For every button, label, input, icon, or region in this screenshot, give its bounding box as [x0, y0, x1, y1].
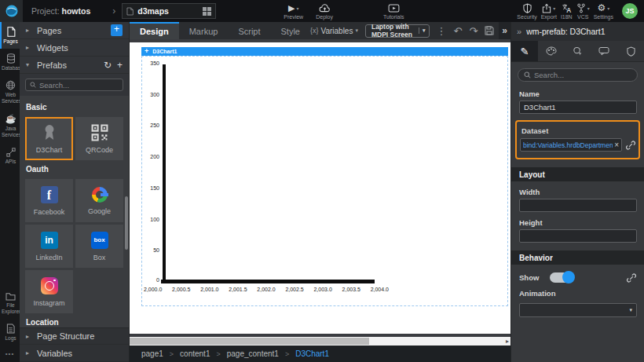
rail-item-databases[interactable]: Databases [0, 49, 20, 75]
editor-area: Design Markup Script Style {x} Variables… [130, 22, 510, 362]
pages-icon [2, 27, 20, 37]
current-page-selector[interactable]: d3maps [122, 3, 216, 19]
properties-search [518, 68, 638, 82]
tab-security[interactable] [617, 41, 644, 61]
clear-dataset-icon[interactable]: × [614, 141, 619, 149]
bind-link-icon[interactable] [626, 141, 635, 150]
vcs-button[interactable]: ▾ VCS [576, 3, 590, 20]
widgets-section-header[interactable]: ▸ Widgets [20, 39, 129, 57]
prefab-tile-facebook[interactable]: f Facebook [25, 179, 73, 222]
rail-item-pages[interactable]: Pages [0, 22, 20, 49]
properties-panel: » wm-prefab: D3Chart1 ✎ [510, 22, 644, 362]
dataset-bind-value[interactable]: bind:Variables.hrdbDepartment.dataSe [523, 141, 613, 149]
add-page-button[interactable]: + [111, 24, 123, 36]
crumb-content1[interactable]: content1 [180, 349, 210, 358]
rail-item-apis[interactable]: APIs [0, 143, 20, 169]
prefab-tile-instagram[interactable]: Instagram [25, 270, 73, 313]
rail-item-web-services[interactable]: Web Services [0, 75, 20, 108]
redo-icon[interactable]: ↷ [469, 25, 478, 37]
more-tools-icon[interactable]: » [499, 22, 510, 39]
tab-inspect[interactable] [565, 41, 591, 61]
properties-panel-title: wm-prefab: D3Chart1 [526, 27, 605, 36]
y-tick: 0 [136, 277, 159, 283]
crumb-page-content1[interactable]: page_content1 [227, 349, 279, 358]
app-logo[interactable] [0, 0, 23, 22]
collapse-panel-icon[interactable]: » [517, 27, 521, 36]
preview-button[interactable]: ▶▾ Preview [284, 3, 303, 20]
kebab-menu-icon[interactable]: ⋮ [437, 25, 447, 37]
ribbon-award-icon [42, 124, 57, 141]
rail-item-logs[interactable]: Logs [0, 319, 20, 346]
settings-button[interactable]: ⚙▾ Settings [594, 3, 613, 20]
branch-icon [576, 3, 586, 13]
left-rail: Pages Databases Web Services ☕ Java Serv… [0, 22, 20, 362]
settings-caret-icon[interactable]: ▾ [607, 5, 609, 11]
i18n-button[interactable]: A I18N [561, 3, 573, 20]
tab-markup[interactable]: Markup [179, 22, 229, 39]
page-structure-section-header[interactable]: ▸ Page Structure [20, 327, 129, 345]
security-button[interactable]: Security [517, 3, 536, 20]
variables-section-header[interactable]: ▸ Variables [20, 345, 129, 362]
selected-widget-header[interactable]: + D3Chart1 [141, 47, 508, 56]
undo-icon[interactable]: ↶ [454, 25, 463, 37]
tab-design[interactable]: Design [130, 22, 179, 39]
gear-icon: ⚙ [597, 2, 606, 13]
name-field[interactable] [519, 101, 637, 114]
canvas-horizontal-scrollbar[interactable]: ▸ [130, 337, 510, 346]
x-tick: 2,001.0 [200, 287, 218, 292]
breadcrumb-chevron-icon: › [112, 5, 115, 16]
prefab-tile-linkedin[interactable]: in LinkedIn [25, 225, 73, 268]
x-tick: 2,000.5 [172, 287, 190, 292]
export-button[interactable]: ▾ Export [541, 3, 557, 20]
width-field[interactable] [519, 199, 637, 212]
prefab-tile-label: D3Chart [36, 146, 63, 154]
coffee-icon: ☕ [2, 114, 20, 125]
refresh-icon[interactable]: ↻ [104, 60, 112, 71]
prefab-tile-box[interactable]: box Box [75, 225, 123, 268]
scrollbar-arrow-icon[interactable]: ▸ [506, 337, 509, 346]
properties-search-input[interactable] [534, 71, 631, 79]
scrollbar-thumb[interactable] [130, 338, 369, 345]
design-canvas[interactable]: + D3Chart1 350 300 250 200 150 100 50 0 … [130, 39, 510, 337]
grid-view-icon[interactable] [203, 7, 211, 16]
prefab-tile-d3chart[interactable]: D3Chart [25, 117, 73, 160]
deploy-button[interactable]: Deploy [316, 3, 333, 20]
tab-comments[interactable] [591, 41, 617, 61]
device-selector[interactable]: Laptop with MDPI Screen ▾ [365, 24, 430, 38]
move-handle-icon[interactable]: + [145, 48, 148, 55]
tab-styles[interactable] [538, 41, 565, 61]
svg-text:A: A [566, 6, 571, 13]
pages-section-header[interactable]: ▸ Pages + [20, 22, 129, 39]
animation-select[interactable]: ▾ [519, 303, 637, 317]
height-field[interactable] [519, 229, 637, 243]
rail-overflow-icon[interactable]: ••• [0, 346, 20, 362]
add-prefab-button[interactable]: + [117, 60, 123, 71]
variables-button[interactable]: {x} Variables ▾ [310, 27, 358, 35]
play-icon: ▶ [288, 3, 295, 13]
save-icon[interactable] [485, 26, 494, 35]
tutorials-button[interactable]: Tutorials [383, 3, 404, 20]
tab-style[interactable]: Style [271, 22, 310, 39]
bind-show-link-icon[interactable] [627, 273, 636, 283]
crumb-d3chart1[interactable]: D3Chart1 [295, 349, 329, 358]
rail-item-java-services[interactable]: ☕ Java Services [0, 109, 20, 143]
tab-script[interactable]: Script [228, 22, 270, 39]
chart-x-tick-row: 2,000.0 2,000.5 2,001.0 2,001.5 2,002.0 … [144, 287, 389, 292]
x-tick: 2,003.0 [313, 287, 331, 292]
prefab-tile-qrcode[interactable]: QRCode [75, 117, 123, 160]
tab-properties[interactable]: ✎ [511, 41, 538, 61]
show-toggle[interactable] [550, 272, 573, 283]
user-avatar[interactable]: JS [622, 3, 638, 19]
x-tick: 2,000.0 [144, 287, 162, 292]
export-caret-icon[interactable]: ▾ [553, 5, 555, 11]
crumb-page1[interactable]: page1 [141, 349, 163, 358]
prefabs-section-header[interactable]: ▾ Prefabs ↻ + [20, 57, 129, 74]
rail-item-file-explorer[interactable]: File Explorer [0, 287, 20, 319]
dataset-field[interactable]: bind:Variables.hrdbDepartment.dataSe × [520, 138, 622, 152]
preview-caret-icon[interactable]: ▾ [296, 5, 298, 11]
properties-tabs: ✎ [511, 41, 644, 62]
vcs-caret-icon[interactable]: ▾ [587, 5, 590, 11]
prefab-search-input[interactable] [39, 81, 119, 90]
prefab-tile-google[interactable]: Google [75, 179, 123, 222]
left-panel-scrollbar[interactable] [125, 196, 128, 250]
